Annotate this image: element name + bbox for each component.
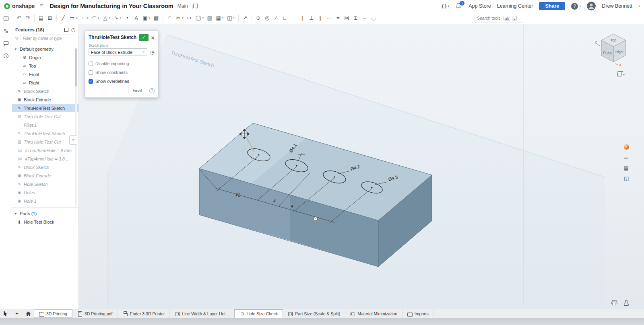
- circle-tool-icon[interactable]: ○ ▾: [79, 14, 90, 21]
- selection-history-icon[interactable]: ◷: [150, 49, 155, 55]
- show-dependencies-icon[interactable]: [64, 28, 68, 32]
- feature-tree-item[interactable]: (x) #Thru4mmHole = 8 mm: [12, 146, 78, 154]
- copy-icon[interactable]: ▤: [37, 14, 45, 21]
- circular-pattern-icon[interactable]: ▦ ▾: [214, 14, 225, 21]
- history-clock-icon[interactable]: ◷: [71, 27, 75, 32]
- feature-tree-item[interactable]: ✎ Block Sketch: [12, 163, 78, 171]
- offset-tool-icon[interactable]: ◯ ▾: [194, 14, 205, 21]
- checkbox[interactable]: ✓: [89, 79, 93, 84]
- versions-icon[interactable]: [192, 4, 197, 9]
- slot-tool-icon[interactable]: ▣ ▾: [141, 14, 152, 21]
- feature-tree-item[interactable]: ▣ Block Extrude: [12, 171, 78, 180]
- dialog-option[interactable]: ✓ Disable imprinting: [89, 59, 155, 68]
- scrollbar-thumb[interactable]: [75, 48, 77, 86]
- checkbox[interactable]: ✓: [89, 62, 93, 66]
- learning-center-link[interactable]: Learning Center: [497, 3, 533, 9]
- feature-list-icon[interactable]: [2, 15, 10, 22]
- app-store-link[interactable]: App Store: [469, 3, 491, 9]
- add-tab-button[interactable]: +: [11, 309, 23, 318]
- document-tab[interactable]: Material Minimization: [345, 309, 402, 318]
- tangent-constraint-icon[interactable]: ∕: [272, 14, 281, 21]
- coincident-constraint-icon[interactable]: ⊙: [254, 14, 263, 21]
- extend-tool-icon[interactable]: ↦: [185, 14, 194, 21]
- dimension-drag-handle[interactable]: [314, 217, 318, 221]
- configurations-icon[interactable]: [2, 27, 10, 35]
- polygon-tool-icon[interactable]: △ ▾: [101, 14, 112, 21]
- rectangle-tool-icon[interactable]: ▭ ▾: [68, 14, 79, 21]
- feature-filter-input[interactable]: [21, 35, 75, 42]
- parallel-constraint-icon[interactable]: ∥: [316, 14, 325, 21]
- parts-section-header[interactable]: ▾ Parts (1): [12, 209, 78, 218]
- view-cube-menu[interactable]: ▾: [617, 72, 625, 76]
- undo-icon[interactable]: ↶: [14, 14, 23, 21]
- document-tab[interactable]: 3D Printing.pdf: [72, 309, 118, 318]
- view-cube[interactable]: Top Front Right Z X: [594, 28, 633, 67]
- selection-cursor-icon[interactable]: [0, 309, 11, 318]
- normal-constraint-icon[interactable]: ∟: [281, 14, 289, 21]
- expand-caret-icon[interactable]: ▾: [14, 47, 18, 51]
- section-plane-icon[interactable]: ▱: [622, 153, 630, 161]
- text-tool-icon[interactable]: A: [132, 14, 141, 21]
- document-tab[interactable]: Imports: [402, 309, 434, 318]
- share-button[interactable]: Share: [539, 2, 565, 10]
- sketch-plane-field[interactable]: Face of Block Extrude ×: [89, 48, 147, 56]
- home-button[interactable]: [23, 309, 34, 318]
- final-button[interactable]: Final: [128, 87, 146, 94]
- accept-button[interactable]: ✓: [139, 34, 149, 41]
- offset-constraint-icon[interactable]: ≡: [360, 14, 369, 21]
- help-icon[interactable]: ?: [149, 88, 155, 93]
- feature-tree-item[interactable]: ▱ Front: [18, 70, 78, 78]
- feature-tree-item[interactable]: ✎ Block Sketch: [12, 87, 78, 95]
- feature-group-default-geometry[interactable]: ▾ Default geometry: [12, 45, 78, 53]
- feature-tree-item[interactable]: ⊕ Origin: [18, 53, 78, 62]
- view-corner-icon[interactable]: ◱: [622, 174, 630, 182]
- comments-icon[interactable]: [2, 40, 10, 47]
- feature-item-selected[interactable]: ✎ ThruHoleTest Sketch: [12, 104, 78, 112]
- concentric-constraint-icon[interactable]: ◎: [263, 14, 272, 21]
- dialog-option[interactable]: ✓ Show overdefined: [89, 77, 155, 86]
- document-tab[interactable]: 3D Printing: [34, 309, 72, 318]
- feature-tree-item[interactable]: (x) #Tap4mmHole = 3.8 ...: [12, 154, 78, 163]
- perpendicular-constraint-icon[interactable]: ⊥: [307, 14, 316, 21]
- featurescript-menu[interactable]: { } ▾: [442, 4, 450, 8]
- curvature-constraint-icon[interactable]: ◡: [369, 14, 378, 21]
- document-tab[interactable]: Ender 3 3D Printer: [118, 309, 170, 318]
- feature-tree-item[interactable]: ✎ ThruHoleTest Sketch: [12, 129, 78, 138]
- pattern-constraint-icon[interactable]: Σ: [351, 14, 360, 21]
- feature-tree-item[interactable]: ◉ Holes: [12, 188, 78, 197]
- hamburger-menu-icon[interactable]: ≡: [39, 2, 44, 10]
- feature-tree-item[interactable]: ✎ Hole Sketch: [12, 180, 78, 188]
- vertical-constraint-icon[interactable]: ∣: [298, 14, 307, 21]
- cancel-button[interactable]: ×: [151, 35, 155, 41]
- linear-pattern-icon[interactable]: ▥: [205, 14, 214, 21]
- search-tools-box[interactable]: alt c: [474, 14, 523, 23]
- equal-constraint-icon[interactable]: =: [334, 14, 343, 21]
- arc-tool-icon[interactable]: ◠ ▾: [90, 14, 101, 21]
- print-icon[interactable]: [610, 299, 618, 306]
- feature-tree-item[interactable]: ◉ Hole 1: [12, 197, 78, 205]
- dimension-tool-icon[interactable]: ↗: [241, 14, 250, 21]
- checkbox[interactable]: ✓: [89, 70, 93, 75]
- part-list-item[interactable]: ▮ Hole Test Block: [12, 218, 78, 226]
- insert-image-icon[interactable]: ⊞: [45, 14, 54, 21]
- document-tab[interactable]: Line Width & Layer Hei...: [170, 309, 234, 318]
- feature-tree-item[interactable]: ▥ Thru Hole Test Cut: [12, 138, 78, 146]
- redo-icon[interactable]: ↷: [23, 14, 32, 21]
- document-tab[interactable]: Hole Size Check: [234, 309, 283, 318]
- feature-tree-item[interactable]: ▱ Top: [18, 62, 78, 70]
- trim-tool-icon[interactable]: ✂ ▾: [174, 14, 185, 21]
- user-avatar[interactable]: [587, 2, 596, 10]
- construction-tool-icon[interactable]: ▩: [152, 14, 161, 21]
- notifications-button[interactable]: 1: [455, 2, 462, 10]
- symmetry-constraint-icon[interactable]: ⋈: [343, 14, 351, 21]
- clear-selection-icon[interactable]: ×: [142, 50, 145, 54]
- point-tool-icon[interactable]: •: [123, 14, 132, 21]
- expand-caret-icon[interactable]: ▾: [14, 212, 18, 216]
- user-name[interactable]: Drew Bennett: [602, 3, 632, 9]
- midpoint-constraint-icon[interactable]: ⋯: [325, 14, 334, 21]
- feature-tree-item[interactable]: ▱ Right: [18, 78, 78, 87]
- help-menu[interactable]: ? ▾: [571, 3, 581, 10]
- feature-tree-item[interactable]: ◜ Fillet 1: [12, 121, 78, 129]
- fillet-tool-icon[interactable]: ◜: [165, 14, 174, 21]
- mirror-tool-icon[interactable]: ◫ ▾: [225, 14, 236, 21]
